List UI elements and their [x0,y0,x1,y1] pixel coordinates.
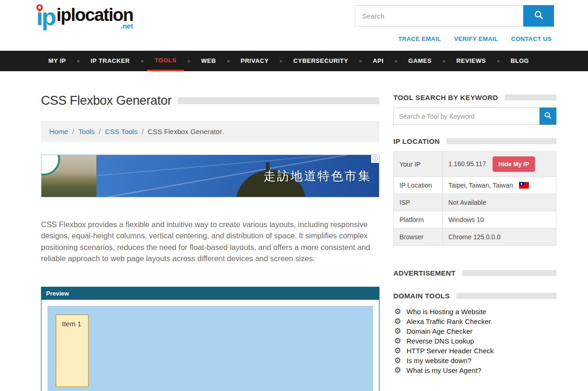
ad-photo-left [41,155,96,197]
list-item[interactable]: ⚙ What is my User Agent? [393,365,556,375]
isp-value: Not Available [443,194,556,211]
flexbox-preview-container: Item 1 [47,306,373,391]
advertisement-heading: ADVERTISEMENT [393,269,456,277]
nav-item-api[interactable]: API [365,51,391,71]
ip-row-label: Browser [394,229,443,246]
tool-search-input[interactable] [393,108,540,125]
preview-header: Preview [41,287,379,300]
ip-location-heading: IP LOCATION [393,137,440,145]
content: CSS Flexbox Generator Home / Tools / CSS… [0,71,588,391]
heading-decor-bar [462,270,556,276]
heading-decor-bar [446,138,556,144]
page-title-row: CSS Flexbox Generator [41,94,379,108]
tool-search-heading: TOOL SEARCH BY KEYWORD [393,94,498,101]
nav-separator [280,60,282,62]
tool-search-button[interactable] [540,108,556,125]
ad-decor-curve [41,155,60,175]
domain-tools-heading: DOMAIN TOOLS [393,292,450,300]
list-item[interactable]: ⚙ HTTP Server Header Check [393,346,556,356]
nav-item-my-ip[interactable]: MY IP [41,51,74,71]
nav-separator [188,60,190,62]
ad-choices-icon[interactable]: ⓘ [371,155,379,163]
table-row: IP Location Taipei, Taiwan, Taiwan [394,177,556,194]
heading-decor-bar [456,293,556,299]
header-search [355,5,554,27]
domain-tools-list: ⚙ Who is Hosting a Website ⚙ Alexa Traff… [393,307,556,375]
ad-headline: 走訪地道特色市集 [264,168,372,184]
tool-search [393,108,556,125]
heading-decor-bar [505,94,556,101]
trace-email-link[interactable]: TRACE EMAIL [398,35,441,42]
nav-separator [443,60,445,62]
domain-tools-heading-row: DOMAIN TOOLS [393,292,556,300]
ip-row-value-cell: Taipei, Taiwan, Taiwan [443,177,556,194]
breadcrumb: Home / Tools / CSS Tools / CSS Flexbox G… [41,121,379,142]
nav-item-blog[interactable]: BLOG [503,51,537,71]
header-search-input[interactable] [355,5,523,27]
nav-separator [227,60,230,62]
list-item[interactable]: ⚙ Reverse DNS Lookup [393,336,556,346]
nav-separator [497,60,500,62]
nav-separator [395,60,397,62]
list-item[interactable]: ⚙ Who is Hosting a Website [393,307,556,317]
breadcrumb-separator: / [142,128,143,135]
header-links: TRACE EMAIL VERIFY EMAIL CONTACT US [398,35,552,42]
list-item[interactable]: ⚙ Domain Age Checker [393,326,556,336]
page-title: CSS Flexbox Generator [41,94,171,108]
nav-separator [359,60,362,62]
hide-my-ip-button[interactable]: Hide My IP [493,156,535,172]
gear-icon: ⚙ [393,317,402,325]
logo-text: iplocation .net [56,6,133,30]
nav-separator [141,60,143,62]
verify-email-link[interactable]: VERIFY EMAIL [454,35,498,42]
ip-row-label: IP Location [394,177,443,194]
table-row: Your IP 1.160.95.117 Hide My IP [394,152,556,177]
tool-description: CSS Flexbox provides a flexible and intu… [41,219,379,264]
nav-item-reviews[interactable]: REVIEWS [449,51,493,71]
ad-banner[interactable]: 走訪地道特色市集 ⓘ [41,155,379,197]
gear-icon: ⚙ [393,337,402,345]
contact-us-link[interactable]: CONTACT US [511,35,552,42]
nav-separator [77,60,80,62]
search-icon [544,111,552,121]
table-row: Browser Chrome 125.0.0.0 [394,229,556,246]
top-header: ip iplocation .net TRACE EMAIL VERIFY EM… [0,0,588,51]
gear-icon: ⚙ [393,366,402,374]
ip-row-value-cell: 1.160.95.117 Hide My IP [443,152,556,177]
gear-icon: ⚙ [393,347,402,355]
taiwan-flag-icon [519,182,529,189]
site-logo[interactable]: ip iplocation .net [36,6,133,30]
breadcrumb-tools[interactable]: Tools [78,128,95,135]
main-column: CSS Flexbox Generator Home / Tools / CSS… [41,94,379,391]
nav-item-cybersecurity[interactable]: CYBERSECURITY [286,51,356,71]
nav-item-ip-tracker[interactable]: IP TRACKER [83,51,137,71]
breadcrumb-current: CSS Flexbox Generator [148,128,222,135]
gear-icon: ⚙ [393,327,402,335]
platform-value: Windows 10 [443,211,556,229]
breadcrumb-separator: / [99,128,101,135]
breadcrumb-css-tools[interactable]: CSS Tools [105,128,137,135]
gear-icon: ⚙ [393,308,402,316]
list-item[interactable]: ⚙ Alexa Traffic Rank Checker [393,317,556,326]
ip-row-label: ISP [394,194,443,211]
tool-search-heading-row: TOOL SEARCH BY KEYWORD [393,94,556,101]
breadcrumb-home[interactable]: Home [49,128,68,135]
preview-body: Item 1 [41,300,379,391]
nav-item-privacy[interactable]: PRIVACY [233,51,276,71]
ip-row-label: Platform [394,211,443,229]
preview-panel: Preview Item 1 [41,287,379,391]
ip-location-heading-row: IP LOCATION [393,137,556,145]
search-icon [534,10,544,22]
nav-item-games[interactable]: GAMES [401,51,439,71]
flexbox-preview-item: Item 1 [55,314,89,387]
header-search-button[interactable] [523,5,554,27]
nav-item-tools[interactable]: TOOLS [147,51,184,71]
gear-icon: ⚙ [393,357,402,364]
sidebar: TOOL SEARCH BY KEYWORD IP LOCATION Your … [393,94,556,391]
nav-item-web[interactable]: WEB [194,51,223,71]
table-row: Platform Windows 10 [394,211,556,229]
advertisement-heading-row: ADVERTISEMENT [393,269,556,277]
your-ip-value: 1.160.95.117 [448,160,486,168]
ad-photo-right: 走訪地道特色市集 [96,155,379,197]
list-item[interactable]: ⚙ Is my website down? [393,356,556,365]
